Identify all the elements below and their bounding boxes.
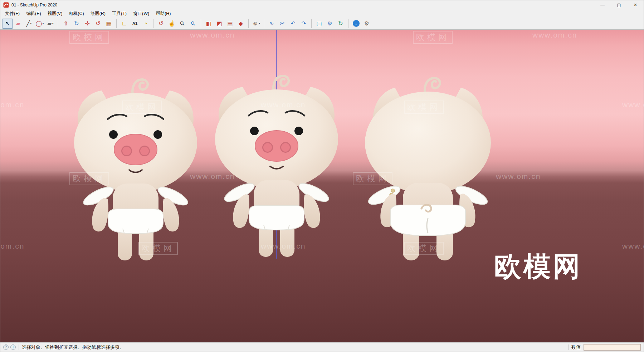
shapes-tool[interactable]: ▰▾ [45, 19, 55, 29]
menu-window[interactable]: 窗口(W) [130, 10, 152, 18]
scale-tool[interactable]: ▦ [104, 19, 114, 29]
tape-measure-tool-icon: ∟ [121, 21, 127, 26]
smooth-curve-tool-icon: ↶ [291, 21, 295, 26]
smooth-curve-tool[interactable]: ↶ [288, 19, 298, 29]
maximize-button[interactable]: ▢ [611, 0, 627, 10]
toolbar-separator [264, 19, 264, 28]
menu-file[interactable]: 文件(F) [2, 10, 23, 18]
vcb-separator [568, 344, 569, 350]
push-pull-tool-icon: ⇧ [63, 21, 68, 26]
select-tool[interactable]: ↖ [3, 19, 13, 29]
weld-curve-tool[interactable]: ∿ [267, 19, 277, 29]
big-watermark: 欧模网 [494, 249, 582, 285]
info-status-icon[interactable]: i [10, 344, 16, 350]
watermark-url: www.om.cn [261, 242, 306, 250]
face-camera-button-icon: ☺ [252, 21, 258, 26]
text-tool[interactable]: A1 [130, 19, 140, 29]
iso-view-button[interactable]: ◩ [214, 19, 224, 29]
menu-view[interactable]: 视图(V) [44, 10, 66, 18]
statusbar: ?i 选择对象。切换到扩充选择。拖动鼠标选择多项。 数值 [0, 342, 644, 352]
section-plane-button[interactable]: ▤ [225, 19, 235, 29]
watermark-url: www.om.cn [622, 101, 644, 109]
pan-tool[interactable]: ☝ [167, 19, 177, 29]
rotate-tool[interactable]: ↺ [93, 19, 103, 29]
watermark-brand: 欧模网 [404, 101, 444, 114]
split-curve-tool-icon: ✂ [280, 21, 284, 26]
measurements-input[interactable] [584, 344, 641, 351]
arc-tool-dropdown[interactable]: ▾ [42, 22, 44, 25]
shapes-tool-icon: ▰ [47, 21, 52, 26]
viewport[interactable]: 欧模网 欧模网www.om.cn欧模网www.om.cnwww.om.cn欧模网… [0, 30, 644, 342]
window-controls: —▢✕ [594, 0, 644, 10]
gear-boxes-button-icon: ⚙ [327, 21, 332, 26]
orbit-tool-icon: ↺ [158, 21, 163, 26]
toolbar-separator [153, 19, 153, 28]
settings-gear-button[interactable]: ⚙ [362, 19, 372, 29]
watermark-url: www.om.cn [190, 31, 235, 39]
refresh-gear-button[interactable]: ↻ [336, 19, 346, 29]
eraser-tool-icon: ▰ [16, 21, 20, 26]
refresh-gear-button-icon: ↻ [338, 21, 343, 26]
face-camera-button[interactable]: ☺▾ [251, 19, 261, 29]
download-button-icon: ↓ [353, 20, 360, 27]
menu-help[interactable]: 帮助(H) [152, 10, 174, 18]
zoom-tool-icon: ⚲ [179, 20, 186, 27]
statusbar-right: 数值 [568, 344, 641, 351]
split-curve-tool[interactable]: ✂ [277, 19, 287, 29]
watermark-brand: 欧模网 [353, 172, 392, 185]
line-tool-dropdown[interactable]: ▾ [30, 22, 31, 25]
watermark-brand: 欧模网 [138, 242, 178, 255]
toolbar-separator [248, 19, 249, 28]
window-title: 01 - SketchUp Pro 2020 [11, 3, 57, 8]
shapes-tool-dropdown[interactable]: ▾ [52, 22, 54, 25]
weld-curve-tool-icon: ∿ [269, 21, 274, 26]
watermark-brand: 欧模网 [122, 101, 162, 114]
watermark-url: www.om.cn [190, 172, 235, 181]
move-tool-icon: ✛ [85, 21, 89, 26]
front-view-button-icon: ◧ [206, 21, 211, 26]
selection-box-button[interactable]: ▢ [314, 19, 324, 29]
toolbar-separator [348, 19, 348, 28]
sketchup-logo-icon [3, 2, 9, 8]
push-pull-tool[interactable]: ⇧ [61, 19, 71, 29]
follow-me-tool[interactable]: ↻ [72, 19, 82, 29]
menu-tools[interactable]: 工具(T) [109, 10, 130, 18]
tape-measure-tool[interactable]: ∟ [119, 19, 129, 29]
menu-edit[interactable]: 编辑(E) [23, 10, 44, 18]
unsmooth-curve-tool[interactable]: ↷ [299, 19, 309, 29]
orbit-tool[interactable]: ↺ [156, 19, 166, 29]
settings-gear-button-icon: ⚙ [364, 21, 369, 26]
menubar: 文件(F)编辑(E)视图(V)相机(C)绘图(R)工具(T)窗口(W)帮助(H) [0, 10, 644, 18]
style-button[interactable]: ◆ [236, 19, 246, 29]
arc-tool-icon: ◯ [36, 21, 42, 26]
eraser-tool[interactable]: ▰ [13, 19, 23, 29]
front-view-button[interactable]: ◧ [204, 19, 214, 29]
rotate-tool-icon: ↺ [96, 21, 100, 26]
toolbar-separator [116, 19, 117, 28]
text-tool-icon: A1 [132, 21, 137, 25]
section-plane-button-icon: ▤ [227, 21, 233, 26]
zoom-extents-tool[interactable]: ⚲ [188, 19, 198, 29]
protractor-tool[interactable]: ◔ [141, 19, 151, 29]
line-tool[interactable]: ╱▾ [24, 19, 34, 29]
watermark-url: www.om.cn [0, 242, 24, 250]
close-button[interactable]: ✕ [627, 0, 644, 10]
select-tool-icon: ↖ [5, 21, 10, 26]
minimize-button[interactable]: — [594, 0, 611, 10]
watermark-url: www.om.cn [532, 31, 577, 39]
zoom-tool[interactable]: ⚲ [177, 19, 187, 29]
watermark-url: www.om.cn [496, 172, 541, 181]
menu-camera[interactable]: 相机(C) [65, 10, 87, 18]
menu-draw[interactable]: 绘图(R) [87, 10, 109, 18]
download-button[interactable]: ↓ [351, 19, 361, 29]
toolbar-separator [58, 19, 58, 28]
move-tool[interactable]: ✛ [82, 19, 92, 29]
line-tool-icon: ╱ [26, 21, 30, 26]
follow-me-tool-icon: ↻ [74, 21, 79, 26]
face-camera-button-dropdown[interactable]: ▾ [259, 22, 260, 25]
help-status-icon[interactable]: ? [3, 344, 9, 350]
statusbar-icons: ?i [3, 344, 16, 350]
gear-boxes-button[interactable]: ⚙ [325, 19, 335, 29]
arc-tool[interactable]: ◯▾ [35, 19, 45, 29]
toolbar-separator [311, 19, 312, 28]
